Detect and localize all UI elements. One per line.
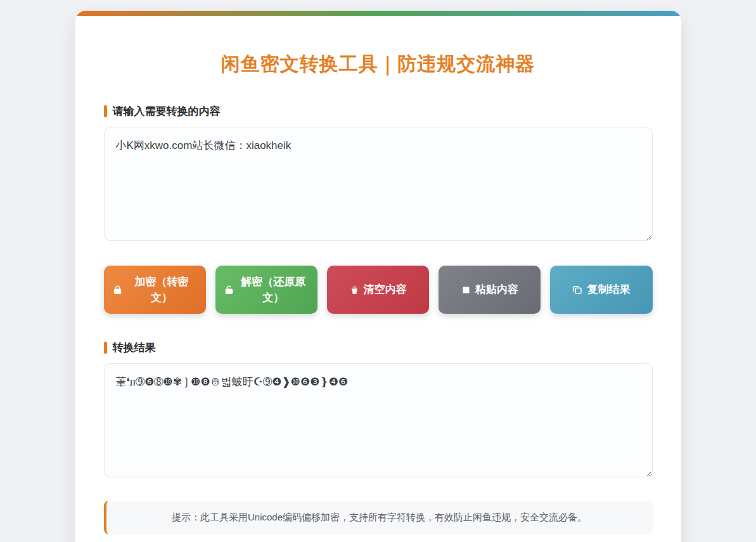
input-label-text: 请输入需要转换的内容 <box>113 104 221 119</box>
copy-icon <box>572 285 582 295</box>
encrypt-button[interactable]: 加密（转密文） <box>104 266 206 314</box>
clear-button[interactable]: 清空内容 <box>327 266 429 314</box>
result-textarea[interactable]: 茟❛ꙡ➈❻➇❿✾❳❿❽ꇩ벏蚾盱☪➈❹❱❿❻❸❵❹❻ <box>104 363 653 477</box>
clear-button-label: 清空内容 <box>364 281 407 298</box>
unlock-icon <box>224 285 234 295</box>
input-textarea[interactable]: 小K网xkwo.com站长微信：xiaokheik <box>104 127 653 241</box>
accent-bar <box>104 342 107 354</box>
paste-button[interactable]: 粘贴内容 <box>439 266 541 314</box>
clipboard-icon <box>461 285 471 295</box>
accent-bar <box>104 105 107 117</box>
copy-button-label: 复制结果 <box>587 281 630 298</box>
button-row: 加密（转密文） 解密（还原原文） 清空内容 <box>104 266 653 314</box>
page-title: 闲鱼密文转换工具｜防违规交流神器 <box>104 51 653 77</box>
trash-icon <box>350 285 359 295</box>
main-card: 闲鱼密文转换工具｜防违规交流神器 请输入需要转换的内容 小K网xkwo.com站… <box>75 11 681 542</box>
header-gradient-bar <box>75 11 681 16</box>
decrypt-button[interactable]: 解密（还原原文） <box>215 266 317 314</box>
encrypt-button-label: 加密（转密文） <box>127 274 197 306</box>
tip-box: 提示：此工具采用Unicode编码偏移加密，支持所有字符转换，有效防止闲鱼违规，… <box>104 501 653 534</box>
result-section-label: 转换结果 <box>104 340 653 355</box>
copy-button[interactable]: 复制结果 <box>550 266 652 314</box>
lock-icon <box>113 285 122 295</box>
tip-text: 提示：此工具采用Unicode编码偏移加密，支持所有字符转换，有效防止闲鱼违规，… <box>172 512 587 522</box>
input-section-label: 请输入需要转换的内容 <box>104 104 653 119</box>
card-content: 闲鱼密文转换工具｜防违规交流神器 请输入需要转换的内容 小K网xkwo.com站… <box>75 16 681 542</box>
decrypt-button-label: 解密（还原原文） <box>238 274 309 306</box>
result-label-text: 转换结果 <box>113 340 156 355</box>
paste-button-label: 粘贴内容 <box>475 281 518 298</box>
